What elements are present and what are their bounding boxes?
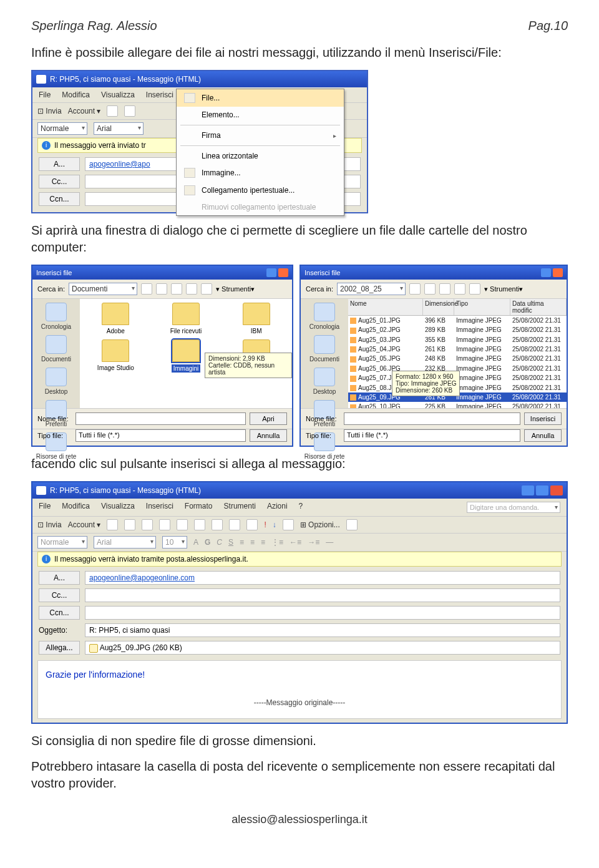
folder-item[interactable]: Image Studio (84, 339, 148, 373)
folder-item[interactable]: File ricevuti (154, 303, 218, 334)
file-row[interactable]: Aug25_02.JPG289 KBImmagine JPEG25/08/200… (348, 325, 567, 334)
cc-button[interactable]: Cc... (39, 175, 80, 188)
flag-icon[interactable] (283, 519, 294, 530)
place-desktop[interactable]: Desktop (313, 368, 336, 395)
menu-item-file[interactable]: File... (177, 89, 344, 107)
attach-field[interactable]: Aug25_09.JPG (260 KB) (85, 641, 560, 655)
ccn-field[interactable] (85, 606, 560, 620)
save-icon[interactable] (107, 519, 118, 530)
cancel-button[interactable]: Annulla (524, 429, 562, 442)
save-icon[interactable] (107, 105, 118, 117)
send-button[interactable]: ⊡ Invia (37, 107, 62, 115)
menu-view[interactable]: Visualizza (101, 90, 135, 99)
search-icon[interactable] (439, 283, 450, 295)
menu-edit[interactable]: Modifica (62, 90, 90, 99)
filetype-dropdown[interactable]: Tutti i file (*.*) (344, 429, 520, 442)
menu-file[interactable]: File (39, 502, 51, 513)
menu-insert[interactable]: Inserisci (146, 502, 173, 513)
tools-dropdown[interactable]: ▾ Strumenti▾ (484, 285, 523, 293)
up-icon[interactable] (424, 283, 436, 295)
cc-button[interactable]: Cc... (39, 588, 80, 602)
file-row[interactable]: Aug25_05.JPG248 KBImmagine JPEG25/08/200… (348, 354, 567, 363)
back-icon[interactable] (409, 283, 421, 295)
up-icon[interactable] (156, 283, 167, 295)
delete-icon[interactable] (454, 283, 465, 295)
menu-help[interactable]: ? (299, 502, 303, 513)
place-history[interactable]: Cronologia (41, 303, 71, 330)
to-button[interactable]: A... (39, 571, 80, 585)
cc-field[interactable] (85, 588, 560, 602)
folder-pane[interactable]: Adobe File ricevuti IBM Image Studio Imm… (80, 299, 292, 408)
tools-dropdown[interactable]: ▾ Strumenti▾ (216, 285, 255, 293)
file-row[interactable]: Aug25_01.JPG396 KBImmagine JPEG25/08/200… (348, 316, 567, 325)
print-icon[interactable] (124, 519, 135, 530)
menu-actions[interactable]: Azioni (267, 502, 288, 513)
file-list-pane[interactable]: NomeDimensioneTipoData ultima modific Au… (348, 299, 567, 408)
copy-icon[interactable] (159, 519, 170, 530)
menu-edit[interactable]: Modifica (62, 502, 90, 513)
folder-item[interactable]: Adobe (84, 303, 148, 334)
font-dropdown[interactable]: Arial (94, 122, 144, 135)
close-icon[interactable] (278, 268, 288, 277)
open-button[interactable]: Apri (250, 412, 287, 425)
menu-item-elemento[interactable]: Elemento... (177, 107, 344, 123)
lookin-dropdown[interactable]: Documenti (69, 283, 137, 295)
maximize-icon[interactable] (536, 485, 548, 495)
filetype-dropdown[interactable]: Tutti i file (*.*) (75, 429, 246, 442)
menu-insert[interactable]: Inserisci (146, 90, 173, 99)
to-button[interactable]: A... (39, 157, 80, 171)
lookin-dropdown[interactable]: 2002_08_25 (337, 283, 406, 295)
help-icon[interactable] (346, 519, 358, 530)
folder-item[interactable]: IBM (224, 303, 288, 334)
help-icon[interactable] (541, 268, 551, 277)
menu-item-link[interactable]: Collegamento ipertestuale... (177, 182, 344, 199)
checknames-icon[interactable] (246, 519, 258, 530)
menu-bar[interactable]: File Modifica Visualizza Inserisci Forma… (32, 499, 567, 517)
signature-icon[interactable] (194, 519, 205, 530)
column-headers[interactable]: NomeDimensioneTipoData ultima modific (348, 299, 567, 316)
file-row[interactable]: Aug25_03.JPG355 KBImmagine JPEG25/08/200… (348, 335, 567, 344)
subject-field[interactable]: R: PHP5, ci siamo quasi (85, 623, 560, 637)
filename-input[interactable] (344, 412, 520, 425)
cancel-button[interactable]: Annulla (250, 429, 287, 442)
place-favorites[interactable]: Preferiti (46, 400, 67, 427)
back-icon[interactable] (141, 283, 152, 295)
views-icon[interactable] (201, 283, 212, 295)
file-row[interactable]: Aug25_04.JPG261 KBImmagine JPEG25/08/200… (348, 344, 567, 354)
message-body[interactable]: Grazie per l'informazione! -----Messaggi… (37, 660, 562, 719)
addressbook-icon[interactable] (229, 519, 240, 530)
attach-button[interactable]: Allega... (39, 641, 80, 655)
paste-icon[interactable] (177, 519, 188, 530)
menu-tools[interactable]: Strumenti (224, 502, 256, 513)
place-desktop[interactable]: Desktop (45, 368, 68, 395)
account-dropdown[interactable]: Account ▾ (68, 520, 101, 529)
place-favorites[interactable]: Preferiti (314, 400, 335, 427)
filename-input[interactable] (75, 412, 246, 425)
menu-item-immagine[interactable]: Immagine... (177, 164, 344, 182)
views-icon[interactable] (469, 283, 480, 295)
place-documents[interactable]: Documenti (41, 335, 71, 363)
paperclip-icon[interactable] (212, 519, 223, 530)
ccn-button[interactable]: Ccn... (39, 192, 80, 206)
close-icon[interactable] (553, 268, 563, 277)
menu-item-firma[interactable]: Firma▸ (177, 127, 344, 144)
to-field[interactable]: apogeonline@apogeonline.com (85, 571, 560, 585)
menu-item-linea[interactable]: Linea orizzontale (177, 148, 344, 164)
file-row[interactable]: Aug25_10.JPG225 KBImmagine JPEG25/08/200… (348, 402, 567, 408)
place-history[interactable]: Cronologia (309, 303, 339, 330)
minimize-icon[interactable] (522, 485, 534, 495)
account-dropdown[interactable]: Account ▾ (68, 107, 101, 115)
ccn-button[interactable]: Ccn... (39, 606, 80, 620)
options-button[interactable]: ⊞ Opzioni... (300, 520, 340, 529)
menu-format[interactable]: Formato (185, 502, 213, 513)
cut-icon[interactable] (142, 519, 153, 530)
place-documents[interactable]: Documenti (309, 335, 339, 363)
close-icon[interactable] (550, 485, 563, 495)
search-icon[interactable] (171, 283, 182, 295)
send-button[interactable]: ⊡ Invia (37, 520, 62, 529)
delete-icon[interactable] (186, 283, 197, 295)
menu-view[interactable]: Visualizza (101, 502, 135, 513)
print-icon[interactable] (124, 105, 135, 117)
help-icon[interactable] (266, 268, 276, 277)
menu-file[interactable]: File (39, 90, 51, 99)
